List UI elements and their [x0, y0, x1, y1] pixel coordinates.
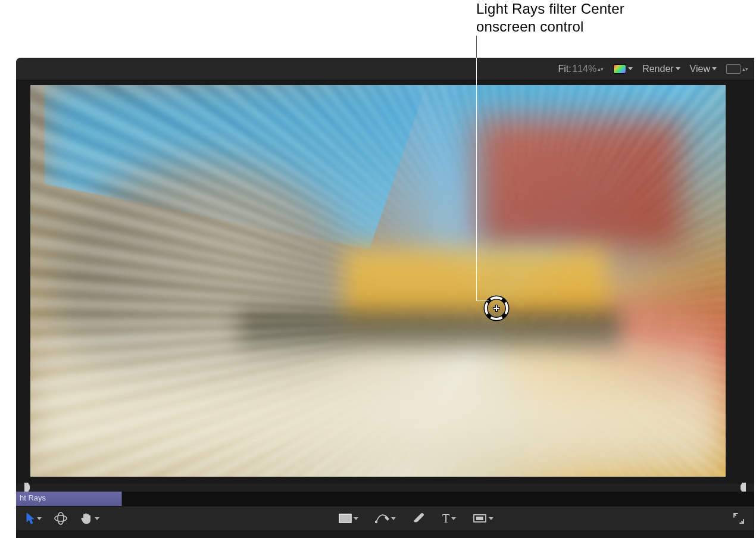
canvas-viewer[interactable] [30, 85, 726, 477]
view-menu[interactable]: View [688, 64, 719, 74]
chevron-down-icon [354, 517, 358, 520]
fullscreen-icon [733, 512, 745, 524]
chevron-down-icon [37, 517, 42, 520]
callout-leader-line [476, 36, 477, 301]
canvas-image [30, 85, 726, 477]
pen-bezier-icon [375, 512, 389, 524]
light-rays-center-control[interactable] [483, 295, 510, 322]
arrow-cursor-icon [26, 512, 35, 524]
mini-timeline-ruler[interactable] [16, 484, 754, 492]
brush-icon [413, 513, 426, 524]
fit-zoom-control[interactable]: Fit: 114% ▴▾ [556, 64, 607, 74]
render-menu[interactable]: Render [640, 64, 682, 74]
chevron-down-icon [451, 517, 456, 520]
pen-tool[interactable] [374, 511, 397, 526]
viewer-toolbar: Fit: 114% ▴▾ Render View ▴▾ [16, 58, 754, 80]
clip-label: ht Rays [20, 493, 46, 502]
svg-point-7 [58, 512, 64, 524]
callout-line-2: onscreen control [476, 18, 726, 36]
chevron-down-icon [95, 517, 99, 520]
in-point-marker[interactable] [24, 483, 30, 492]
view-label: View [690, 64, 710, 74]
fit-value: 114% [572, 64, 596, 74]
svg-rect-8 [339, 514, 351, 523]
shape-tool[interactable] [471, 512, 495, 524]
color-channels-icon [613, 64, 626, 74]
chevron-down-icon [489, 517, 493, 520]
fit-label: Fit: [558, 64, 571, 74]
select-tool[interactable] [24, 511, 43, 526]
filter-clip-light-rays[interactable]: ht Rays [16, 492, 122, 506]
orbit-icon [54, 512, 68, 525]
chevron-down-icon [712, 67, 717, 70]
mask-tool[interactable] [338, 512, 360, 524]
pan-tool[interactable] [79, 511, 101, 526]
shape-icon [473, 514, 487, 523]
stepper-icon: ▴▾ [598, 67, 604, 71]
svg-rect-11 [476, 517, 483, 520]
callout-line-1: Light Rays filter Center [476, 0, 726, 18]
app-window: Fit: 114% ▴▾ Render View ▴▾ [16, 58, 754, 538]
annotation-callout: Light Rays filter Center onscreen contro… [476, 0, 726, 36]
fullscreen-toggle[interactable] [732, 511, 746, 526]
callout-leader-stub [476, 36, 477, 58]
light-rays-overlay-soft [30, 85, 726, 477]
color-channel-menu[interactable] [611, 64, 635, 74]
stepper-icon: ▴▾ [742, 67, 748, 71]
chevron-down-icon [628, 67, 633, 70]
mini-timeline[interactable]: ht Rays [16, 492, 754, 506]
rectangle-mask-icon [339, 514, 352, 523]
svg-point-9 [375, 521, 377, 523]
render-label: Render [642, 64, 673, 74]
view-layout-menu[interactable]: ▴▾ [724, 64, 751, 74]
canvas-tools-toolbar: T [16, 506, 754, 530]
out-point-marker[interactable] [741, 483, 746, 492]
view-layout-icon [726, 64, 741, 74]
paint-stroke-tool[interactable] [411, 512, 427, 525]
hand-icon [80, 512, 93, 525]
svg-point-6 [55, 515, 67, 521]
3d-transform-tool[interactable] [52, 511, 69, 526]
text-icon: T [442, 512, 449, 524]
text-tool[interactable]: T [441, 511, 457, 526]
chevron-down-icon [391, 517, 396, 520]
chevron-down-icon [676, 67, 680, 70]
